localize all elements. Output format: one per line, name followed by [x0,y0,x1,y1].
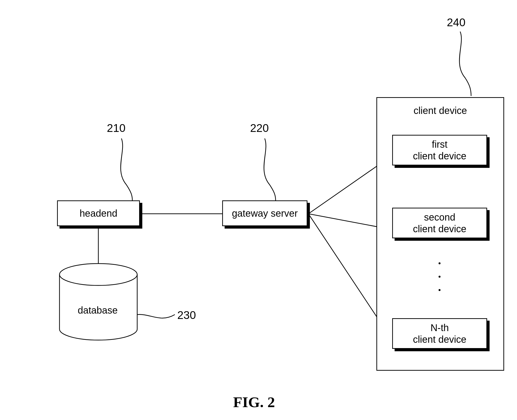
clientN-line1: N-th [393,322,486,334]
client2-line2: client device [393,223,486,235]
ref-210: 210 [107,121,126,135]
clientN-line2: client device [393,334,486,345]
client2-box: second client device [392,208,487,238]
ref-220: 220 [250,121,269,135]
headend-box: headend [57,200,140,226]
gateway-box: gateway server [222,200,307,226]
client1-line2: client device [393,150,486,162]
gateway-label: gateway server [223,207,307,219]
ellipsis-dot-2 [439,276,441,278]
ref-230: 230 [177,309,196,322]
leader-240 [459,32,471,96]
ref-240: 240 [447,16,466,29]
figure-caption: FIG. 2 [233,394,275,411]
diagram-canvas: 210 220 230 240 headend gateway server d… [0,0,517,420]
leader-230 [137,315,175,318]
leader-220 [264,138,276,200]
client-group-title: client device [377,105,503,116]
headend-label: headend [58,207,139,219]
database-cylinder [59,264,137,340]
leader-210 [121,138,132,200]
svg-point-0 [59,264,137,285]
client1-line1: first [393,138,486,150]
clientN-box: N-th client device [392,318,487,349]
client2-line1: second [393,211,486,223]
ellipsis-dot-3 [439,289,441,291]
client1-box: first client device [392,135,487,165]
ellipsis-dot-1 [439,262,441,264]
database-label: database [78,305,118,316]
